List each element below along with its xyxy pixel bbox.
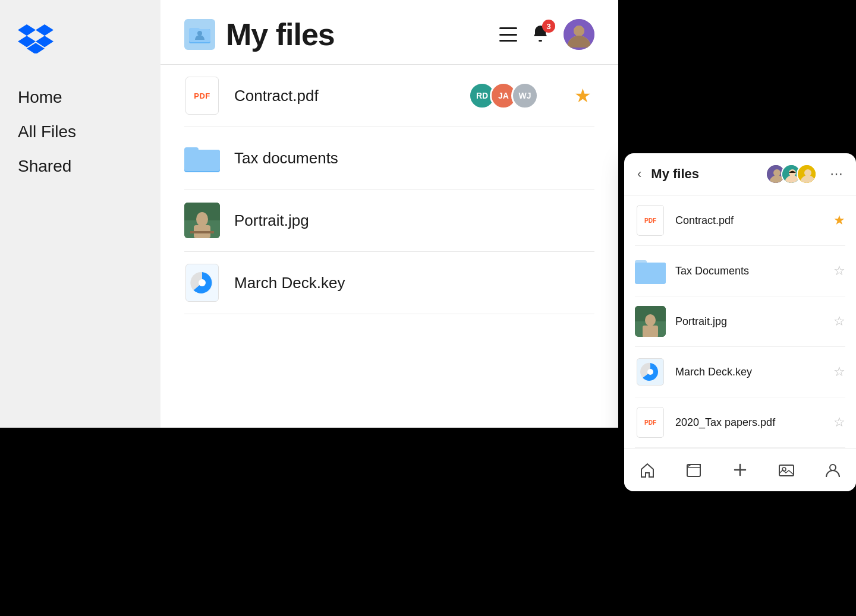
dropbox-logo-icon [18, 24, 54, 53]
panel-star-portrait[interactable]: ☆ [833, 314, 845, 329]
file-list: PDF Contract.pdf RD JA WJ ★ Tax document… [160, 65, 618, 314]
file-name-portrait: Portrait.jpg [234, 211, 594, 230]
file-item-march-deck[interactable]: March Deck.key [184, 252, 594, 314]
file-item-tax-docs[interactable]: Tax documents [184, 127, 594, 189]
panel-nav-files[interactable] [681, 457, 707, 483]
panel-file-icon-portrait [635, 306, 666, 337]
svg-point-8 [197, 31, 202, 36]
notification-bell[interactable]: 3 [530, 23, 550, 46]
panel-file-item-march-deck[interactable]: March Deck.key ☆ [635, 347, 845, 397]
panel-avatar-3 [797, 164, 817, 184]
hamburger-menu-icon[interactable] [499, 27, 517, 42]
svg-rect-15 [184, 150, 220, 171]
panel-file-icon-tax-docs [635, 255, 666, 286]
panel-nav-photos[interactable] [773, 457, 800, 483]
file-name-tax-docs: Tax documents [234, 149, 594, 168]
file-name-contract: Contract.pdf [234, 87, 454, 105]
panel-more-button[interactable]: ⋯ [830, 166, 843, 182]
page-title: My files [226, 17, 335, 52]
panel-file-name-march-deck: March Deck.key [675, 366, 824, 378]
sidebar-item-shared[interactable]: Shared [18, 154, 143, 178]
svg-marker-0 [18, 24, 36, 36]
file-icon-contract: PDF [184, 78, 220, 113]
panel-file-name-tax-docs: Tax Documents [675, 265, 824, 277]
svg-rect-9 [539, 40, 542, 42]
file-item-contract[interactable]: PDF Contract.pdf RD JA WJ ★ [184, 65, 594, 127]
panel-star-contract[interactable]: ★ [833, 213, 845, 228]
panel-star-tax-docs[interactable]: ☆ [833, 263, 845, 279]
panel-star-tax-papers[interactable]: ☆ [833, 415, 845, 430]
panel-file-name-portrait: Portrait.jpg [675, 315, 824, 328]
file-icon-march-deck [184, 265, 220, 301]
svg-point-12 [574, 26, 584, 36]
logo-area [18, 24, 143, 56]
panel-nav-add[interactable] [727, 457, 753, 483]
panel-nav-home[interactable] [634, 457, 660, 483]
svg-rect-31 [635, 263, 666, 283]
sidebar-nav: Home All Files Shared [18, 86, 143, 189]
panel-file-item-tax-docs[interactable]: Tax Documents ☆ [635, 246, 845, 296]
notification-badge: 3 [542, 20, 555, 33]
panel-file-item-contract[interactable]: PDF Contract.pdf ★ [635, 195, 845, 246]
main-content: My files 3 [160, 0, 618, 428]
svg-rect-35 [643, 326, 658, 337]
header-left: My files [184, 17, 335, 52]
panel-title: My files [651, 166, 759, 182]
panel-file-item-portrait[interactable]: Portrait.jpg ☆ [635, 296, 845, 347]
file-icon-portrait [184, 203, 220, 238]
panel-file-icon-contract: PDF [635, 205, 666, 236]
svg-marker-1 [36, 24, 54, 36]
header-folder-icon [184, 19, 215, 50]
sidebar-item-home[interactable]: Home [18, 86, 143, 109]
file-avatars-contract: RD JA WJ [468, 82, 539, 109]
panel-star-march-deck[interactable]: ☆ [833, 364, 845, 380]
file-item-portrait[interactable]: Portrait.jpg [184, 189, 594, 252]
sidebar: Home All Files Shared [0, 0, 160, 428]
panel-avatars [766, 164, 817, 184]
mobile-panel: ‹ My files [624, 153, 856, 491]
panel-nav-profile[interactable] [820, 457, 846, 483]
panel-file-name-contract: Contract.pdf [675, 214, 824, 227]
svg-rect-41 [779, 465, 794, 476]
file-name-march-deck: March Deck.key [234, 274, 594, 292]
user-avatar[interactable] [564, 19, 594, 50]
svg-point-37 [647, 369, 653, 375]
file-icon-tax-docs [184, 140, 220, 176]
header-right: 3 [499, 19, 594, 50]
sidebar-item-all-files[interactable]: All Files [18, 120, 143, 144]
svg-rect-20 [190, 231, 214, 233]
main-header: My files 3 [160, 0, 618, 64]
panel-back-button[interactable]: ‹ [637, 166, 641, 182]
panel-file-icon-tax-papers: PDF [635, 407, 666, 438]
svg-point-34 [645, 314, 656, 326]
collaborator-wj: WJ [511, 82, 539, 109]
svg-point-18 [196, 212, 208, 226]
panel-file-list: PDF Contract.pdf ★ Tax Documents ☆ [624, 195, 856, 448]
panel-bottom-nav [624, 448, 856, 491]
panel-file-item-tax-papers[interactable]: PDF 2020_Tax papers.pdf ☆ [635, 397, 845, 448]
panel-file-name-tax-papers: 2020_Tax papers.pdf [675, 416, 824, 429]
star-button-contract[interactable]: ★ [571, 84, 594, 108]
svg-point-22 [199, 279, 206, 286]
panel-file-icon-march-deck [635, 356, 666, 387]
svg-point-43 [830, 465, 836, 470]
panel-header: ‹ My files [624, 153, 856, 195]
